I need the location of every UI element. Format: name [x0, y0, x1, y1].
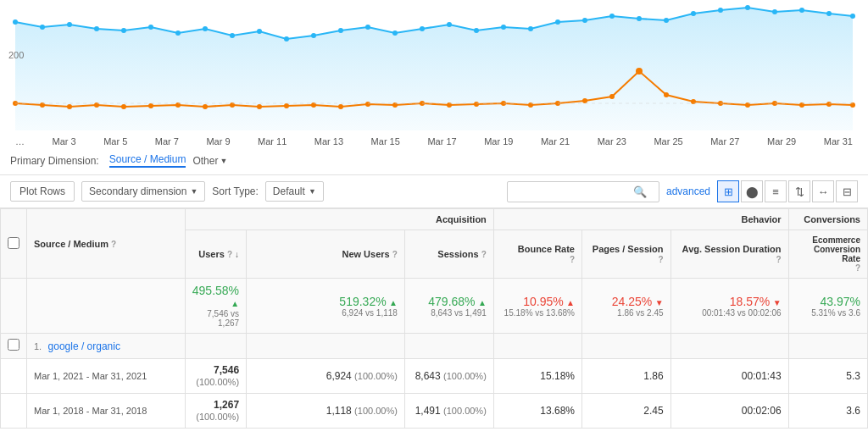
controls-row: Primary Dimension: Source / Medium Other…	[0, 147, 868, 175]
svg-point-36	[121, 104, 126, 109]
svg-point-30	[826, 11, 832, 16]
sort-type-dropdown[interactable]: Default ▼	[265, 181, 324, 202]
row-1-date1-sessions-pct: (100.00%)	[443, 371, 487, 381]
row-1-date1-ecomm: 5.3	[846, 370, 860, 382]
search-box[interactable]: 🔍	[507, 181, 659, 202]
summary-pages-pct: 24.25%	[612, 295, 652, 308]
row-1-checkbox[interactable]	[8, 339, 19, 351]
svg-point-8	[230, 33, 235, 38]
svg-point-9	[257, 29, 262, 34]
date-label-mar23: Mar 23	[598, 136, 626, 147]
view-bar-icon[interactable]: ≡	[765, 180, 787, 202]
row-1-date1-sessions: 8,643	[415, 370, 441, 382]
secondary-dimension-dropdown[interactable]: Secondary dimension ▼	[81, 181, 205, 202]
help-icon-avg-session[interactable]: ?	[776, 255, 781, 264]
svg-point-34	[67, 104, 72, 109]
summary-users-pct: 495.58%	[192, 284, 239, 297]
date-label-mar29: Mar 29	[767, 136, 796, 147]
bounce-trend-icon: ▲	[566, 298, 575, 307]
sort-type-label: Sort Type:	[212, 185, 258, 197]
plot-rows-button[interactable]: Plot Rows	[10, 181, 75, 202]
date-label-mar5: Mar 5	[103, 136, 127, 147]
svg-point-4	[121, 28, 126, 33]
select-all-checkbox[interactable]	[8, 237, 19, 249]
help-icon-ecomm[interactable]: ?	[855, 263, 860, 273]
col-ecomm: Ecommerce Conversion Rate	[812, 235, 860, 263]
row-1-date1-new-users-pct: (100.00%)	[354, 371, 398, 381]
svg-point-13	[365, 25, 370, 30]
row-1-date2-pages: 2.45	[643, 405, 663, 417]
svg-point-20	[555, 19, 560, 25]
help-icon-new-users[interactable]: ?	[392, 250, 398, 259]
svg-point-2	[67, 22, 72, 27]
col-sessions: Sessions	[437, 249, 478, 259]
svg-point-55	[636, 68, 643, 75]
svg-point-15	[420, 26, 425, 31]
summary-sessions-sub: 8,643 vs 1,491	[412, 308, 487, 318]
row-1-date2-sessions: 1,491	[415, 405, 441, 417]
help-icon-source[interactable]: ?	[111, 240, 116, 249]
svg-point-3	[94, 26, 99, 31]
view-pie-icon[interactable]: ⬤	[741, 180, 763, 202]
summary-new-users-sub: 6,924 vs 1,118	[253, 308, 398, 318]
svg-point-27	[745, 5, 750, 10]
svg-point-26	[718, 8, 723, 13]
row-1-date1-label: Mar 1, 2021 - Mar 31, 2021	[34, 371, 147, 381]
row-1-source-link[interactable]: google / organic	[48, 340, 120, 352]
sort-default-label: Default	[273, 185, 305, 197]
search-icon: 🔍	[633, 185, 647, 198]
other-dropdown[interactable]: Other ▼	[192, 155, 227, 167]
date-label-mar11: Mar 11	[258, 136, 287, 147]
svg-point-39	[203, 104, 208, 109]
group-header-conversions: Conversions	[788, 209, 867, 230]
row-1-date2: Mar 1, 2018 - Mar 31, 2018 1,267 (100.00…	[1, 394, 868, 429]
summary-bounce-pct: 10.95%	[523, 295, 563, 308]
svg-point-56	[664, 92, 669, 97]
new-users-trend-icon: ▲	[389, 298, 398, 307]
view-data-icon[interactable]: ⊞	[717, 180, 739, 202]
sort-chevron: ▼	[309, 187, 316, 196]
sessions-trend-icon: ▲	[478, 298, 487, 307]
col-new-users: New Users	[342, 249, 389, 259]
summary-avg-session-pct: 18.57%	[730, 295, 770, 308]
date-label-mar15: Mar 15	[371, 136, 400, 147]
row-1-date2-new-users-pct: (100.00%)	[354, 406, 398, 416]
line-chart	[0, 3, 868, 135]
svg-point-62	[826, 102, 832, 107]
help-icon-users[interactable]: ?	[227, 250, 232, 259]
svg-point-0	[13, 19, 18, 25]
date-label-mar25: Mar 25	[654, 136, 682, 147]
date-label-mar21: Mar 21	[541, 136, 570, 147]
svg-point-54	[609, 94, 615, 99]
summary-sessions-pct: 479.68%	[428, 295, 475, 308]
other-label: Other	[192, 155, 218, 167]
y-axis-label: 200	[8, 50, 24, 60]
help-icon-bounce[interactable]: ?	[570, 255, 575, 264]
row-1-date2-ecomm: 3.6	[846, 405, 860, 417]
svg-point-17	[474, 28, 479, 33]
view-compare-icon[interactable]: ⇅	[788, 180, 810, 202]
view-pivot-icon[interactable]: ↔	[812, 180, 834, 202]
sort-arrow-users[interactable]: ↓	[235, 250, 239, 259]
row-1-date2-bounce: 13.68%	[540, 405, 575, 417]
date-label-mar3: Mar 3	[53, 136, 76, 147]
svg-point-45	[365, 102, 370, 107]
help-icon-sessions[interactable]: ?	[481, 250, 487, 259]
date-label-ellipsis: …	[15, 136, 25, 147]
row-1-date1-new-users: 6,924	[326, 370, 352, 382]
view-table-icon[interactable]: ⊟	[836, 180, 858, 202]
row-1-date2-label: Mar 1, 2018 - Mar 31, 2018	[34, 406, 147, 416]
svg-point-5	[148, 25, 153, 30]
svg-point-7	[203, 26, 208, 31]
advanced-link[interactable]: advanced	[666, 185, 710, 197]
svg-point-10	[284, 36, 289, 41]
source-medium-link[interactable]: Source / Medium	[109, 153, 186, 168]
pages-trend-icon: ▼	[655, 298, 664, 307]
svg-point-19	[528, 26, 533, 31]
search-input[interactable]	[515, 185, 633, 197]
row-1-date1-bounce: 15.18%	[540, 370, 575, 382]
row-1-num: 1.	[34, 341, 42, 351]
view-icons: ⊞ ⬤ ≡ ⇅ ↔ ⊟	[717, 180, 858, 202]
summary-avg-session-sub: 00:01:43 vs 00:02:06	[678, 308, 782, 318]
help-icon-pages[interactable]: ?	[658, 255, 663, 264]
